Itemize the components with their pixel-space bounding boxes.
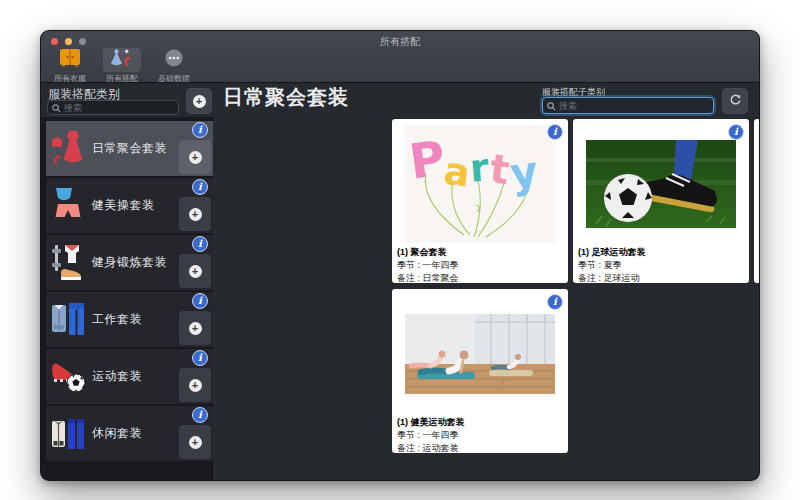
card-text: (1) 聚会套装 季节 : 一年四季 备注 : 日常聚会 <box>397 246 564 285</box>
add-subcategory-button[interactable]: + <box>179 311 211 345</box>
subcategory-search-input[interactable] <box>559 101 709 111</box>
sidebar-item-label: 休闲套装 <box>92 406 142 461</box>
plus-icon: + <box>189 151 202 164</box>
plus-icon: + <box>189 208 202 221</box>
toolbar-item-all-clothes[interactable]: 所有衣服 <box>47 48 93 84</box>
party-balloons-image: P a r t y <box>396 123 564 245</box>
card-note: 备注 : 足球运动 <box>578 272 745 285</box>
sidebar-item-sport-outfits[interactable]: 运动套装 i + <box>46 349 213 404</box>
jacket-jeans-icon <box>50 413 86 453</box>
refresh-button[interactable] <box>722 88 748 114</box>
yoga-class-image <box>396 293 564 415</box>
svg-text:a: a <box>442 149 473 196</box>
plus-icon: + <box>189 436 202 449</box>
outfit-card[interactable]: i (5) 日常休闲搭配 季节 : 秋冬季节 备注 : 随意搭配 <box>754 119 760 283</box>
plus-icon: + <box>193 95 206 108</box>
wardrobe-icon <box>59 48 81 72</box>
add-subcategory-button[interactable]: + <box>179 368 211 402</box>
add-subcategory-button[interactable]: + <box>179 197 211 231</box>
jeans-image <box>758 123 760 245</box>
sidebar-item-label: 运动套装 <box>92 349 142 404</box>
sports-bra-shorts-icon <box>50 185 86 225</box>
card-text: (5) 日常休闲搭配 季节 : 秋冬季节 备注 : 随意搭配 <box>759 246 760 285</box>
sidebar-item-label: 日常聚会套装 <box>92 121 167 176</box>
info-button[interactable]: i <box>728 124 744 140</box>
info-button[interactable]: i <box>192 236 208 252</box>
sidebar-search-input[interactable] <box>64 103 174 113</box>
card-title: (5) 日常休闲搭配 <box>759 246 760 259</box>
toolbar: 所有衣服 所有搭配 <box>47 48 197 84</box>
info-button[interactable]: i <box>547 124 563 140</box>
add-category-button[interactable]: + <box>186 88 212 114</box>
card-season: 季节 : 一年四季 <box>397 259 564 272</box>
info-button[interactable]: i <box>192 179 208 195</box>
sidebar-search[interactable] <box>47 100 179 115</box>
toolbar-item-base-data[interactable]: 基础数据 <box>151 48 197 84</box>
card-title: (1) 健美运动套装 <box>397 416 564 429</box>
sidebar-item-work-outfits[interactable]: 工作套装 i + <box>46 292 213 347</box>
plus-icon: + <box>189 322 202 335</box>
add-subcategory-button[interactable]: + <box>179 140 211 174</box>
card-text: (1) 足球运动套装 季节 : 夏季 备注 : 足球运动 <box>578 246 745 285</box>
add-subcategory-button[interactable]: + <box>179 425 211 459</box>
soccer-image <box>577 123 745 245</box>
card-title: (1) 聚会套装 <box>397 246 564 259</box>
plus-icon: + <box>189 265 202 278</box>
info-button[interactable]: i <box>192 122 208 138</box>
toolbar-label: 所有搭配 <box>106 73 138 84</box>
card-note: 备注 : 日常聚会 <box>397 272 564 285</box>
card-title: (1) 足球运动套装 <box>578 246 745 259</box>
sidebar-item-party-outfits[interactable]: 日常聚会套装 i + <box>46 121 213 176</box>
info-button[interactable]: i <box>192 350 208 366</box>
plus-icon: + <box>189 379 202 392</box>
window-title: 所有搭配 <box>41 35 759 49</box>
sidebar-item-aerobics-outfits[interactable]: 健美操套装 i + <box>46 178 213 233</box>
card-note: 备注 : 随意搭配 <box>759 272 760 285</box>
outfit-card[interactable]: P a r t y i (1) 聚会套装 季节 : 一年四季 备注 : 日常聚会 <box>392 119 568 283</box>
app-window: 所有搭配 所有衣服 <box>40 30 760 481</box>
sidebar-item-label: 健身锻炼套装 <box>92 235 167 290</box>
search-icon <box>52 99 61 117</box>
card-note: 备注 : 运动套装 <box>397 442 564 455</box>
sidebar-item-workout-outfits[interactable]: 健身锻炼套装 i + <box>46 235 213 290</box>
toolbar-label: 基础数据 <box>158 73 190 84</box>
dress-heel-icon <box>111 48 133 72</box>
shirt-pants-icon <box>50 299 86 339</box>
info-button[interactable]: i <box>192 293 208 309</box>
page-title: 日常聚会套装 <box>223 84 349 111</box>
sidebar: 日常聚会套装 i + 健美操套装 i + <box>41 117 213 480</box>
sidebar-item-label: 工作套装 <box>92 292 142 347</box>
add-subcategory-button[interactable]: + <box>179 254 211 288</box>
window-chrome: 所有搭配 所有衣服 <box>41 31 759 83</box>
cleat-soccer-ball-icon <box>50 356 86 396</box>
toolbar-label: 所有衣服 <box>54 73 86 84</box>
toolbar-item-all-outfits[interactable]: 所有搭配 <box>99 48 145 84</box>
info-button[interactable]: i <box>192 407 208 423</box>
card-season: 季节 : 秋冬季节 <box>759 259 760 272</box>
card-season: 季节 : 夏季 <box>578 259 745 272</box>
circular-arrow-icon <box>729 92 742 110</box>
card-grid: P a r t y i (1) 聚会套装 季节 : 一年四季 备注 : 日常聚会 <box>214 117 759 480</box>
subcategory-search[interactable] <box>542 97 714 114</box>
search-icon <box>547 97 556 115</box>
sidebar-item-casual-outfits[interactable]: 休闲套装 i + <box>46 406 213 461</box>
card-season: 季节 : 一年四季 <box>397 429 564 442</box>
info-button[interactable]: i <box>547 294 563 310</box>
sidebar-item-label: 健美操套装 <box>92 178 155 233</box>
card-text: (1) 健美运动套装 季节 : 一年四季 备注 : 运动套装 <box>397 416 564 455</box>
red-dress-outfit-icon <box>50 128 86 168</box>
outfit-card[interactable]: i (1) 足球运动套装 季节 : 夏季 备注 : 足球运动 <box>573 119 749 283</box>
dumbbell-tank-shoe-icon <box>50 242 86 282</box>
outfit-card[interactable]: i (1) 健美运动套装 季节 : 一年四季 备注 : 运动套装 <box>392 289 568 453</box>
ellipsis-icon <box>164 48 184 72</box>
